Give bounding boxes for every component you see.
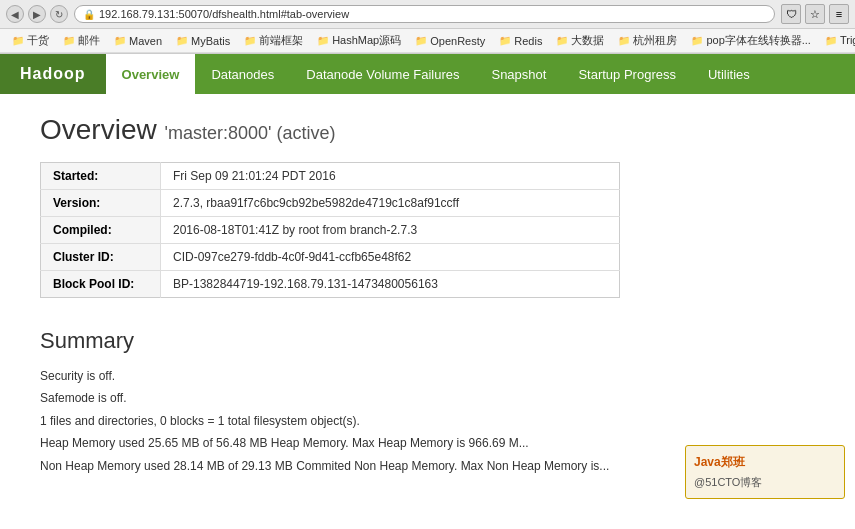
folder-icon: 📁 [317, 35, 329, 46]
bookmark-item[interactable]: 📁干货 [6, 31, 55, 50]
folder-icon: 📁 [415, 35, 427, 46]
bookmark-label: 前端框架 [259, 33, 303, 48]
overview-subtitle: 'master:8000' (active) [164, 123, 335, 143]
folder-icon: 📁 [691, 35, 703, 46]
address-text: 192.168.79.131:50070/dfshealth.html#tab-… [99, 8, 766, 20]
info-value: CID-097ce279-fddb-4c0f-9d41-ccfb65e48f62 [161, 244, 620, 271]
nav-item-datanodes[interactable]: Datanodes [195, 54, 290, 94]
folder-icon: 📁 [176, 35, 188, 46]
info-row: Started:Fri Sep 09 21:01:24 PDT 2016 [41, 163, 620, 190]
bookmark-item[interactable]: 📁Maven [108, 33, 168, 49]
info-label: Compiled: [41, 217, 161, 244]
bookmark-label: 杭州租房 [633, 33, 677, 48]
summary-line: Safemode is off. [40, 388, 815, 408]
folder-icon: 📁 [825, 35, 837, 46]
bookmark-label: MyBatis [191, 35, 230, 47]
folder-icon: 📁 [12, 35, 24, 46]
info-value: 2016-08-18T01:41Z by root from branch-2.… [161, 217, 620, 244]
bookmark-label: OpenResty [430, 35, 485, 47]
menu-button[interactable]: ≡ [829, 4, 849, 24]
summary-heading: Summary [40, 328, 815, 354]
hadoop-brand: Hadoop [0, 54, 106, 94]
info-label: Block Pool ID: [41, 271, 161, 298]
nav-items-container: OverviewDatanodesDatanode Volume Failure… [106, 54, 766, 94]
bookmark-label: Trigl的博客·博客频... [840, 33, 855, 48]
info-value: 2.7.3, rbaa91f7c6bc9cb92be5982de4719c1c8… [161, 190, 620, 217]
nav-item-utilities[interactable]: Utilities [692, 54, 766, 94]
browser-actions: 🛡 ☆ ≡ [781, 4, 849, 24]
bookmark-item[interactable]: 📁邮件 [57, 31, 106, 50]
java-overlay: Java郑班 @51CTO博客 [685, 445, 845, 498]
address-bar[interactable]: 🔒 192.168.79.131:50070/dfshealth.html#ta… [74, 5, 775, 23]
info-value: BP-1382844719-192.168.79.131-14734800561… [161, 271, 620, 298]
bookmark-label: 干货 [27, 33, 49, 48]
browser-toolbar: ◀ ▶ ↻ 🔒 192.168.79.131:50070/dfshealth.h… [0, 0, 855, 29]
info-row: Compiled:2016-08-18T01:41Z by root from … [41, 217, 620, 244]
overlay-title: Java郑班 [694, 454, 836, 471]
folder-icon: 📁 [63, 35, 75, 46]
info-row: Block Pool ID:BP-1382844719-192.168.79.1… [41, 271, 620, 298]
bookmark-item[interactable]: 📁前端框架 [238, 31, 309, 50]
nav-item-datanode-volume-failures[interactable]: Datanode Volume Failures [290, 54, 475, 94]
shield-button[interactable]: 🛡 [781, 4, 801, 24]
bookmark-item[interactable]: 📁OpenResty [409, 33, 491, 49]
info-table: Started:Fri Sep 09 21:01:24 PDT 2016Vers… [40, 162, 620, 298]
back-button[interactable]: ◀ [6, 5, 24, 23]
browser-chrome: ◀ ▶ ↻ 🔒 192.168.79.131:50070/dfshealth.h… [0, 0, 855, 54]
bookmark-item[interactable]: 📁Redis [493, 33, 548, 49]
bookmark-item[interactable]: 📁大数据 [550, 31, 610, 50]
lock-icon: 🔒 [83, 9, 95, 20]
overview-title: Overview [40, 114, 157, 145]
bookmark-label: 大数据 [571, 33, 604, 48]
nav-item-snapshot[interactable]: Snapshot [475, 54, 562, 94]
folder-icon: 📁 [114, 35, 126, 46]
summary-line: 1 files and directories, 0 blocks = 1 to… [40, 411, 815, 431]
reload-button[interactable]: ↻ [50, 5, 68, 23]
bookmarks-bar: 📁干货📁邮件📁Maven📁MyBatis📁前端框架📁HashMap源码📁Open… [0, 29, 855, 53]
bookmark-item[interactable]: 📁MyBatis [170, 33, 236, 49]
bookmark-label: Redis [514, 35, 542, 47]
info-row: Version:2.7.3, rbaa91f7c6bc9cb92be5982de… [41, 190, 620, 217]
folder-icon: 📁 [244, 35, 256, 46]
info-value: Fri Sep 09 21:01:24 PDT 2016 [161, 163, 620, 190]
bookmark-label: pop字体在线转换器... [706, 33, 811, 48]
bookmark-label: HashMap源码 [332, 33, 401, 48]
overview-heading: Overview 'master:8000' (active) [40, 114, 815, 146]
bookmark-label: Maven [129, 35, 162, 47]
folder-icon: 📁 [556, 35, 568, 46]
folder-icon: 📁 [499, 35, 511, 46]
main-content: Overview 'master:8000' (active) Started:… [0, 94, 855, 498]
nav-item-startup-progress[interactable]: Startup Progress [562, 54, 692, 94]
bookmark-item[interactable]: 📁Trigl的博客·博客频... [819, 31, 855, 50]
bookmark-label: 邮件 [78, 33, 100, 48]
star-button[interactable]: ☆ [805, 4, 825, 24]
nav-item-overview[interactable]: Overview [106, 54, 196, 94]
forward-button[interactable]: ▶ [28, 5, 46, 23]
bookmark-item[interactable]: 📁HashMap源码 [311, 31, 407, 50]
info-label: Version: [41, 190, 161, 217]
browser-controls: ◀ ▶ ↻ [6, 5, 68, 23]
bookmark-item[interactable]: 📁杭州租房 [612, 31, 683, 50]
info-row: Cluster ID:CID-097ce279-fddb-4c0f-9d41-c… [41, 244, 620, 271]
info-label: Started: [41, 163, 161, 190]
hadoop-nav: Hadoop OverviewDatanodesDatanode Volume … [0, 54, 855, 94]
bookmark-item[interactable]: 📁pop字体在线转换器... [685, 31, 817, 50]
summary-line: Security is off. [40, 366, 815, 386]
info-label: Cluster ID: [41, 244, 161, 271]
folder-icon: 📁 [618, 35, 630, 46]
overlay-body: @51CTO博客 [694, 475, 836, 490]
